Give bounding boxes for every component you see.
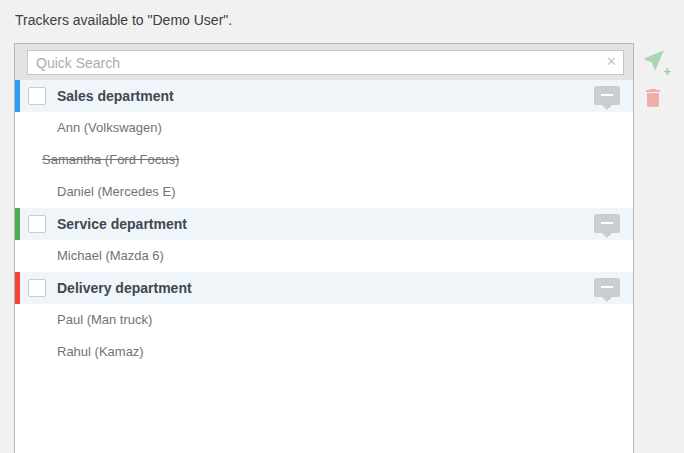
group-row-delivery[interactable]: Delivery department <box>15 272 633 304</box>
tracker-row[interactable]: Michael (Mazda 6) <box>15 240 633 272</box>
trackers-panel-screen: Trackers available to "Demo User". ✕ Sal… <box>0 0 684 453</box>
clear-search-icon[interactable]: ✕ <box>606 54 617 70</box>
tracker-label: Paul (Man truck) <box>57 304 152 336</box>
group-checkbox[interactable] <box>28 215 46 233</box>
group-checkbox[interactable] <box>28 87 46 105</box>
search-bar: ✕ <box>15 44 633 80</box>
tracker-row[interactable]: Daniel (Mercedes E) <box>15 176 633 208</box>
group-marker-minus-icon[interactable] <box>594 214 620 233</box>
group-color-bar <box>15 80 20 112</box>
tracker-tree: Sales department Ann (Volkswagen) Samant… <box>15 80 633 368</box>
tracker-label: Rahul (Kamaz) <box>57 336 144 368</box>
minus-glyph <box>601 286 613 288</box>
page-title: Trackers available to "Demo User". <box>15 12 232 28</box>
tracker-label: Ann (Volkswagen) <box>57 112 162 144</box>
plus-glyph: + <box>663 65 671 78</box>
tracker-label: Samantha (Ford Focus) <box>42 144 179 176</box>
tracker-label: Michael (Mazda 6) <box>57 240 164 272</box>
group-marker-minus-icon[interactable] <box>594 86 620 105</box>
minus-glyph <box>601 94 613 96</box>
group-name: Sales department <box>57 80 174 112</box>
search-box: ✕ <box>27 50 624 75</box>
group-color-bar <box>15 208 20 240</box>
group-checkbox[interactable] <box>28 279 46 297</box>
tracker-row[interactable]: Paul (Man truck) <box>15 304 633 336</box>
group-color-bar <box>15 272 20 304</box>
side-toolbar: + <box>641 47 675 123</box>
navigation-arrow-plus-icon: + <box>641 47 671 73</box>
tracker-list-panel: ✕ Sales department Ann (Volkswagen) Sama… <box>14 43 634 453</box>
group-name: Delivery department <box>57 272 192 304</box>
tracker-row[interactable]: Rahul (Kamaz) <box>15 336 633 368</box>
search-input[interactable] <box>27 50 624 75</box>
add-tracker-button[interactable]: + <box>641 47 671 77</box>
delete-tracker-button[interactable] <box>641 85 671 115</box>
tracker-row[interactable]: Ann (Volkswagen) <box>15 112 633 144</box>
group-name: Service department <box>57 208 187 240</box>
group-row-service[interactable]: Service department <box>15 208 633 240</box>
trash-icon <box>641 85 671 111</box>
tracker-label: Daniel (Mercedes E) <box>57 176 176 208</box>
group-marker-minus-icon[interactable] <box>594 278 620 297</box>
minus-glyph <box>601 222 613 224</box>
group-row-sales[interactable]: Sales department <box>15 80 633 112</box>
tracker-row[interactable]: Samantha (Ford Focus) <box>15 144 633 176</box>
